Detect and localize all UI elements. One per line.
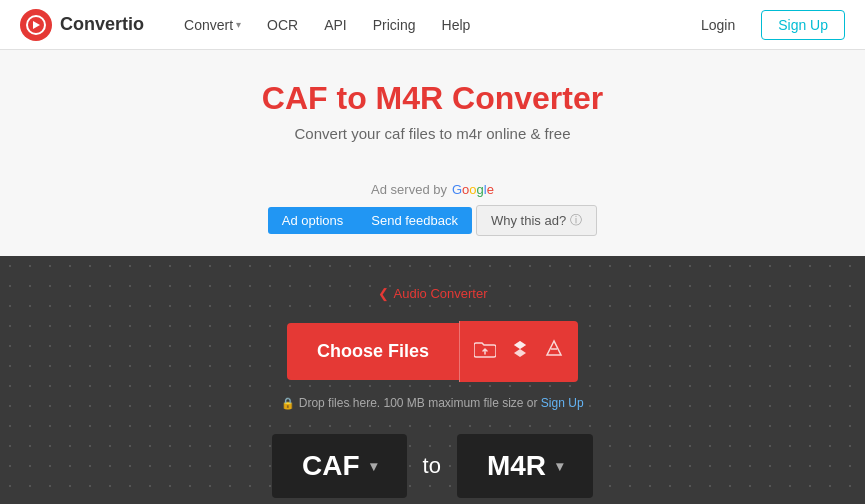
hero-section: CAF to M4R Converter Convert your caf fi… [0,50,865,182]
logo-text: Convertio [60,14,144,35]
ad-served-text: Ad served by Google [20,182,845,197]
ad-buttons: Ad options Send feedback Why this ad? ⓘ [20,205,845,236]
nav-help[interactable]: Help [432,11,481,39]
to-label: to [423,453,441,479]
chevron-down-icon: ▾ [236,19,241,30]
svg-marker-3 [547,341,561,355]
format-selector: CAF ▾ to M4R ▾ [20,434,845,498]
logo-icon [20,9,52,41]
dropbox-icon[interactable] [510,339,530,364]
navbar-right: Login Sign Up [685,10,845,40]
nav-pricing[interactable]: Pricing [363,11,426,39]
why-ad-button[interactable]: Why this ad? ⓘ [476,205,597,236]
to-format-button[interactable]: M4R ▾ [457,434,593,498]
file-icons-area [459,321,578,382]
google-logo: Google [452,182,494,197]
send-feedback-button[interactable]: Send feedback [357,207,472,234]
audio-converter-label: ❮ Audio Converter [20,286,845,301]
lock-icon: 🔒 [281,397,295,409]
nav-links: Convert ▾ OCR API Pricing Help [174,11,685,39]
back-arrow-icon: ❮ [378,286,389,301]
ad-section: Ad served by Google Ad options Send feed… [0,182,865,256]
chevron-down-icon: ▾ [556,458,563,474]
chevron-down-icon: ▾ [370,458,377,474]
sign-up-link[interactable]: Sign Up [541,396,584,410]
choose-files-button[interactable]: Choose Files [287,323,459,380]
page-title: CAF to M4R Converter [20,80,845,117]
file-input-area: Choose Files [20,321,845,382]
ad-options-button[interactable]: Ad options [268,207,357,234]
signup-button[interactable]: Sign Up [761,10,845,40]
navbar: Convertio Convert ▾ OCR API Pricing Help… [0,0,865,50]
converter-section: ❮ Audio Converter Choose Files [0,256,865,504]
login-button[interactable]: Login [685,11,751,39]
nav-convert[interactable]: Convert ▾ [174,11,251,39]
google-drive-icon[interactable] [544,339,564,364]
hero-subtitle: Convert your caf files to m4r online & f… [20,125,845,142]
folder-upload-icon[interactable] [474,339,496,364]
from-format-button[interactable]: CAF ▾ [272,434,407,498]
nav-api[interactable]: API [314,11,357,39]
nav-ocr[interactable]: OCR [257,11,308,39]
drop-info: 🔒 Drop files here. 100 MB maximum file s… [20,396,845,410]
info-icon: ⓘ [570,212,582,229]
svg-marker-2 [514,341,526,349]
logo[interactable]: Convertio [20,9,144,41]
